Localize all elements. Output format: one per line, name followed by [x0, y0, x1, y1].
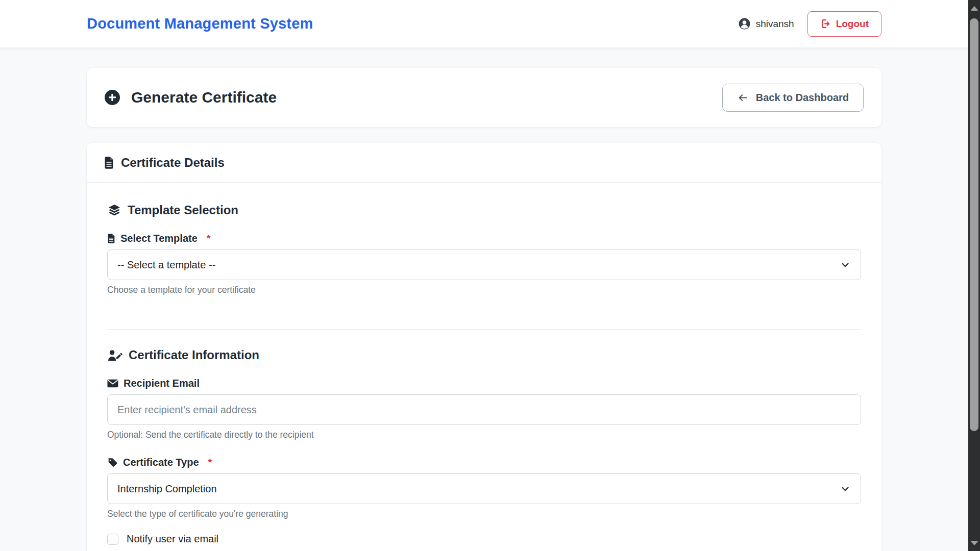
section-divider	[107, 329, 861, 330]
plus-circle-icon	[105, 90, 120, 105]
page-title: Generate Certificate	[131, 89, 277, 106]
page-header-card: Generate Certificate Back to Dashboard	[87, 68, 881, 127]
arrow-down-icon	[970, 541, 978, 545]
back-to-dashboard-label: Back to Dashboard	[756, 92, 849, 104]
user-edit-icon	[107, 348, 122, 362]
back-to-dashboard-button[interactable]: Back to Dashboard	[722, 84, 864, 112]
layers-icon	[107, 203, 121, 217]
template-helper-text: Choose a template for your certificate	[107, 285, 861, 295]
certificate-type-label: Certificate Type *	[107, 457, 861, 468]
certificate-type-label-text: Certificate Type	[123, 457, 199, 468]
notify-email-checkbox[interactable]	[107, 534, 118, 545]
user-chip: shivansh	[738, 17, 794, 30]
certificate-information-heading: Certificate Information	[107, 348, 861, 362]
navbar-right: shivansh Logout	[738, 11, 881, 37]
tag-icon	[107, 457, 118, 468]
select-template-label: Select Template *	[107, 233, 861, 244]
scrollbar-down-button[interactable]	[968, 535, 980, 551]
sign-out-icon	[820, 18, 831, 29]
top-navbar: Document Management System shivansh	[0, 0, 968, 47]
form-card-header: Certificate Details	[87, 143, 881, 183]
file-icon	[107, 234, 115, 243]
type-helper-text: Select the type of certificate you're ge…	[107, 509, 861, 519]
certificate-type-select[interactable]: Internship Completion	[107, 473, 861, 504]
page-viewport: Document Management System shivansh	[0, 0, 968, 551]
username-label: shivansh	[756, 18, 794, 30]
template-select[interactable]: -- Select a template --	[107, 249, 861, 280]
select-template-label-text: Select Template	[120, 233, 198, 244]
form-card-title: Certificate Details	[121, 156, 225, 170]
certificate-form-card: Certificate Details Template Selection	[87, 143, 881, 551]
email-helper-text: Optional: Send the certificate directly …	[107, 430, 861, 440]
scrollbar-up-button[interactable]	[968, 0, 980, 16]
template-selection-heading: Template Selection	[107, 203, 861, 217]
required-asterisk: *	[207, 233, 211, 244]
logout-button[interactable]: Logout	[807, 11, 881, 37]
notify-row: Notify user via email	[107, 533, 861, 545]
arrow-left-icon	[737, 92, 749, 104]
arrow-up-icon	[970, 6, 978, 11]
recipient-email-input[interactable]	[107, 394, 861, 425]
template-selection-title: Template Selection	[128, 203, 238, 217]
envelope-icon	[107, 379, 118, 388]
logout-label: Logout	[836, 18, 869, 30]
vertical-scrollbar	[968, 0, 980, 551]
certificate-information-title: Certificate Information	[129, 348, 259, 362]
scrollbar-thumb[interactable]	[970, 18, 978, 431]
recipient-email-label-text: Recipient Email	[124, 378, 200, 389]
recipient-email-label: Recipient Email	[107, 378, 861, 389]
app-title[interactable]: Document Management System	[87, 15, 313, 32]
file-alt-icon	[104, 157, 114, 169]
user-circle-icon	[738, 17, 751, 30]
notify-email-label[interactable]: Notify user via email	[127, 533, 218, 545]
required-asterisk: *	[208, 457, 212, 468]
